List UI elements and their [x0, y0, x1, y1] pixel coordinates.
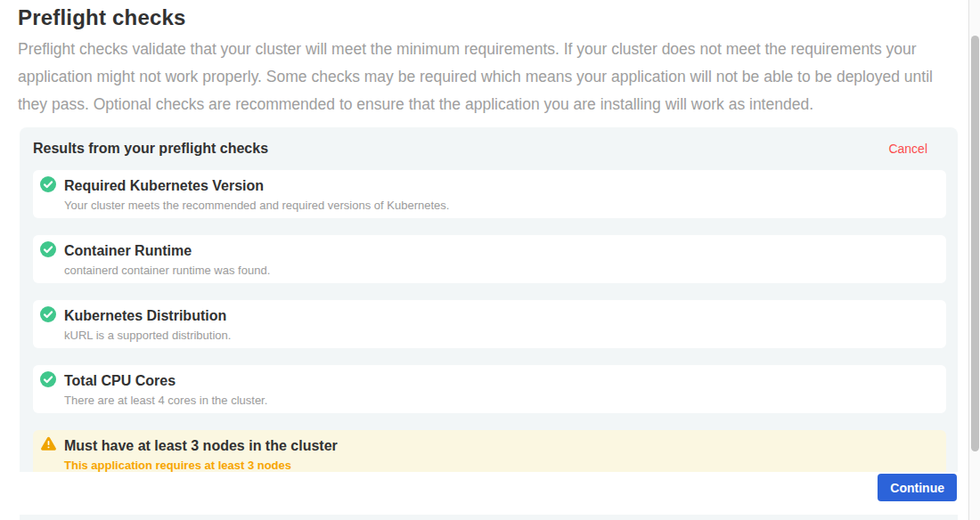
check-row: Must have at least 3 nodes in the cluste… — [33, 430, 946, 478]
check-row: Container Runtime containerd container r… — [33, 235, 946, 283]
check-row: Total CPU Cores There are at least 4 cor… — [33, 365, 946, 413]
check-list: Required Kubernetes Version Your cluster… — [20, 157, 958, 478]
check-passed-icon — [40, 371, 57, 388]
check-title: Required Kubernetes Version — [64, 177, 935, 195]
check-passed-icon — [40, 306, 57, 323]
check-passed-icon — [40, 176, 57, 193]
panel-heading: Results from your preflight checks — [33, 141, 268, 157]
check-row: Required Kubernetes Version Your cluster… — [33, 170, 946, 218]
check-title: Kubernetes Distribution — [64, 307, 935, 325]
check-passed-icon — [40, 241, 57, 258]
check-message: containerd container runtime was found. — [64, 264, 935, 278]
footer-bar: Continue — [0, 472, 968, 515]
check-title: Container Runtime — [64, 242, 935, 260]
scrollbar-thumb[interactable] — [971, 36, 979, 451]
check-message: This application requires at least 3 nod… — [64, 459, 935, 473]
preflight-results-panel: Results from your preflight checks Cance… — [20, 127, 958, 520]
panel-header: Results from your preflight checks Cance… — [20, 127, 958, 157]
check-title: Must have at least 3 nodes in the cluste… — [64, 437, 935, 455]
check-message: kURL is a supported distribution. — [64, 329, 935, 343]
page-title: Preflight checks — [18, 5, 186, 30]
check-message: Your cluster meets the recommended and r… — [64, 199, 935, 213]
cancel-link[interactable]: Cancel — [888, 142, 927, 156]
continue-button[interactable]: Continue — [878, 474, 957, 501]
vertical-scrollbar[interactable] — [968, 0, 980, 520]
check-row: Kubernetes Distribution kURL is a suppor… — [33, 300, 946, 348]
check-message: There are at least 4 cores in the cluste… — [64, 394, 935, 408]
warning-icon — [40, 436, 57, 453]
check-title: Total CPU Cores — [64, 372, 935, 390]
page-description: Preflight checks validate that your clus… — [18, 36, 949, 118]
